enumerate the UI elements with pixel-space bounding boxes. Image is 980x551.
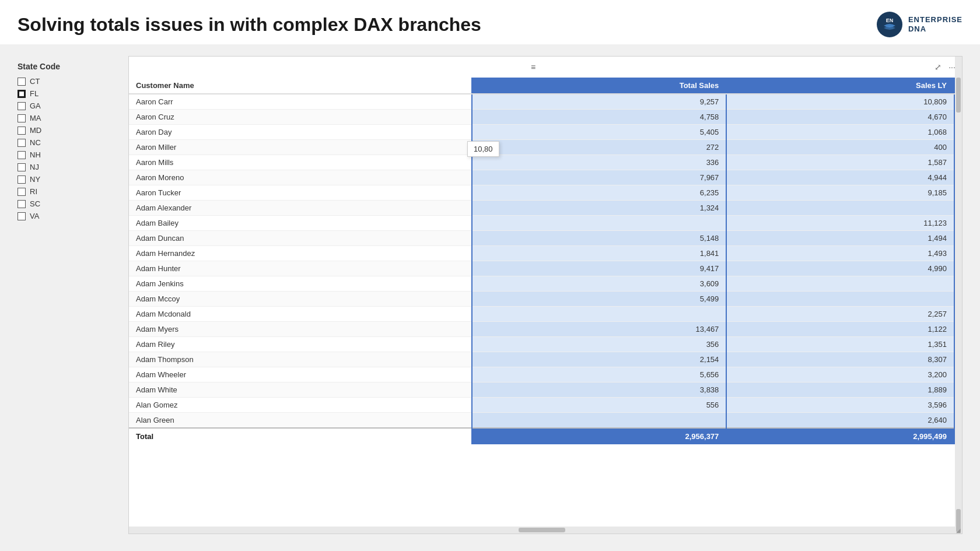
- filter-label-nc: NC: [30, 138, 41, 147]
- col-header-name[interactable]: Customer Name: [129, 78, 472, 94]
- expand-icon[interactable]: ⤢: [933, 62, 943, 72]
- cell-sales_ly: 1,068: [726, 125, 954, 140]
- page-header: Solving totals issues in with complex DA…: [0, 0, 980, 44]
- filter-item-ct[interactable]: CT: [18, 77, 111, 86]
- tooltip-value: 10,80: [474, 145, 493, 153]
- table-row: Adam Hernandez1,8411,493: [129, 246, 954, 261]
- cell-sales_ly: 4,944: [726, 170, 954, 185]
- sidebar-title: State Code: [18, 62, 111, 71]
- filter-checkbox-sc[interactable]: [18, 200, 26, 208]
- cell-name: Aaron Carr: [129, 94, 472, 110]
- table-wrapper: Customer NameTotal SalesSales LY Aaron C…: [129, 78, 955, 527]
- filter-item-nj[interactable]: NJ: [18, 163, 111, 171]
- filter-item-fl[interactable]: FL: [18, 89, 111, 98]
- filter-item-ri[interactable]: RI: [18, 187, 111, 196]
- cell-name: Aaron Day: [129, 125, 472, 140]
- cell-total_sales: 5,656: [472, 367, 727, 382]
- table-row: Alan Gomez5563,596: [129, 398, 954, 413]
- cell-name: Aaron Miller: [129, 140, 472, 155]
- cell-sales_ly: 2,257: [726, 307, 954, 322]
- col-header-total_sales[interactable]: Total Sales: [472, 78, 727, 94]
- filter-checkbox-md[interactable]: [18, 127, 26, 135]
- table-row: Adam Riley3561,351: [129, 337, 954, 352]
- data-table: Customer NameTotal SalesSales LY Aaron C…: [129, 78, 955, 444]
- filter-item-sc[interactable]: SC: [18, 199, 111, 208]
- filter-label-nh: NH: [30, 150, 41, 159]
- cell-name: Adam Mcdonald: [129, 307, 472, 322]
- hamburger-icon[interactable]: ≡: [528, 62, 538, 72]
- table-row: Alan Green2,640: [129, 413, 954, 429]
- filter-checkbox-nj[interactable]: [18, 163, 26, 171]
- horizontal-scrollbar[interactable]: [129, 527, 955, 534]
- filter-item-md[interactable]: MD: [18, 126, 111, 135]
- table-row: Adam White3,8381,889: [129, 382, 954, 398]
- table-row: Adam Thompson2,1548,307: [129, 352, 954, 367]
- cell-name: Adam Mccoy: [129, 292, 472, 307]
- cell-total_sales: 5,499: [472, 292, 727, 307]
- cell-total_sales: 4,758: [472, 110, 727, 125]
- svg-text:EN: EN: [886, 17, 894, 23]
- filter-item-va[interactable]: VA: [18, 212, 111, 220]
- filter-item-ma[interactable]: MA: [18, 114, 111, 122]
- cell-total_sales: 9,417: [472, 261, 727, 276]
- cell-sales_ly: 11,123: [726, 216, 954, 231]
- resize-handle[interactable]: ◢: [955, 527, 962, 534]
- cell-total_sales: 272: [472, 140, 727, 155]
- cell-total_sales: 3,838: [472, 382, 727, 398]
- cell-total_sales: 5,148: [472, 231, 727, 246]
- filter-item-nc[interactable]: NC: [18, 138, 111, 147]
- cell-sales_ly: 400: [726, 140, 954, 155]
- filter-checkbox-nh[interactable]: [18, 151, 26, 159]
- cell-sales_ly: 8,307: [726, 352, 954, 367]
- logo-text: ENTERPRISE DNA: [908, 15, 963, 33]
- filter-checkbox-nc[interactable]: [18, 139, 26, 147]
- cell-name: Adam Riley: [129, 337, 472, 352]
- cell-name: Adam Bailey: [129, 216, 472, 231]
- table-row: Aaron Miller272400: [129, 140, 954, 155]
- cell-sales_ly: 3,200: [726, 367, 954, 382]
- filter-checkbox-ga[interactable]: [18, 102, 26, 110]
- cell-name: Alan Gomez: [129, 398, 472, 413]
- filter-item-ny[interactable]: NY: [18, 175, 111, 184]
- cell-name: Aaron Cruz: [129, 110, 472, 125]
- cell-name: Aaron Tucker: [129, 185, 472, 201]
- cell-name: Adam White: [129, 382, 472, 398]
- cell-sales_ly: [726, 201, 954, 216]
- cell-sales_ly: [726, 292, 954, 307]
- cell-sales_ly: 10,809: [726, 94, 954, 110]
- cell-name: Alan Green: [129, 413, 472, 429]
- table-row: Adam Bailey11,123: [129, 216, 954, 231]
- col-header-sales_ly[interactable]: Sales LY: [726, 78, 954, 94]
- filter-checkbox-fl[interactable]: [18, 90, 26, 98]
- cell-name: Aaron Mills: [129, 155, 472, 170]
- filter-checkbox-ma[interactable]: [18, 114, 26, 122]
- table-row: Adam Hunter9,4174,990: [129, 261, 954, 276]
- table-row: Adam Duncan5,1481,494: [129, 231, 954, 246]
- cell-sales_ly: 1,493: [726, 246, 954, 261]
- cell-name: Adam Jenkins: [129, 276, 472, 292]
- table-row: Aaron Tucker6,2359,185: [129, 185, 954, 201]
- filter-label-fl: FL: [30, 89, 38, 98]
- footer-name: Total: [129, 428, 472, 444]
- table-row: Aaron Mills3361,587: [129, 155, 954, 170]
- cell-sales_ly: 2,640: [726, 413, 954, 429]
- filter-checkbox-ri[interactable]: [18, 188, 26, 196]
- more-icon[interactable]: ···: [947, 62, 957, 72]
- filter-checkbox-ct[interactable]: [18, 78, 26, 86]
- table-row: Aaron Day5,4051,068: [129, 125, 954, 140]
- filter-item-ga[interactable]: GA: [18, 101, 111, 110]
- filter-checkbox-ny[interactable]: [18, 176, 26, 184]
- cell-total_sales: [472, 413, 727, 429]
- filter-label-va: VA: [30, 212, 39, 220]
- table-row: Adam Wheeler5,6563,200: [129, 367, 954, 382]
- filter-checkbox-va[interactable]: [18, 212, 26, 220]
- cell-total_sales: 6,235: [472, 185, 727, 201]
- filter-item-nh[interactable]: NH: [18, 150, 111, 159]
- cell-total_sales: 5,405: [472, 125, 727, 140]
- filter-label-ga: GA: [30, 101, 41, 110]
- table-row: Adam Alexander1,324: [129, 201, 954, 216]
- footer-sales_ly: 2,995,499: [726, 428, 954, 444]
- table-body: Aaron Carr9,25710,809Aaron Cruz4,7584,67…: [129, 94, 954, 428]
- vertical-scrollbar[interactable]: [955, 57, 962, 534]
- visual-toolbar: ≡ ⤢ ···: [129, 57, 962, 78]
